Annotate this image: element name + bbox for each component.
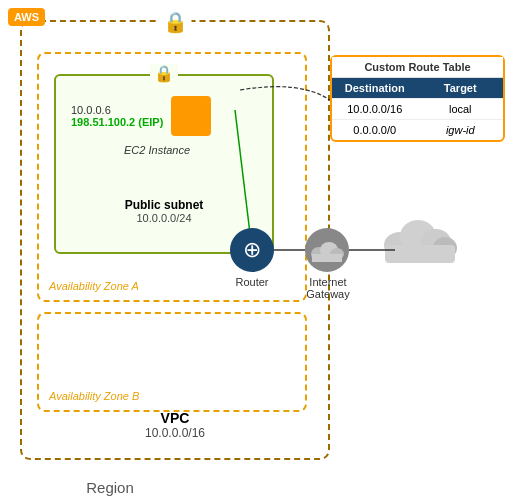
route-table-title: Custom Route Table [332,57,503,78]
header-target: Target [418,78,504,98]
subnet-label: Public subnet 10.0.0.0/24 [125,198,204,224]
vpc-lock-icon: 🔒 [159,10,192,34]
router-icon: ⊕ [230,228,274,272]
region-label: Region [86,479,134,496]
ec2-icon [171,96,211,136]
route-table-header: Destination Target [332,78,503,98]
svg-rect-3 [312,254,342,262]
ec2-info: 10.0.0.6 198.51.100.2 (EIP) [71,104,163,128]
router-label: Router [228,276,276,288]
vpc-title: VPC [145,410,205,426]
route-row-1: 10.0.0.0/16 local [332,98,503,119]
header-destination: Destination [332,78,418,98]
igw-icon [305,228,349,272]
az-b-box: Availability Zone B [37,312,307,412]
ec2-ip: 10.0.0.6 [71,104,163,116]
router-crosshair-icon: ⊕ [243,239,261,261]
az-a-label: Availability Zone A [49,280,139,292]
subnet-cidr: 10.0.0.0/24 [125,212,204,224]
ec2-instance-label: EC2 Instance [124,144,190,156]
dest-2: 0.0.0.0/0 [332,120,418,140]
dest-1: 10.0.0.0/16 [332,99,418,119]
igw-cloud-svg [309,236,345,264]
ec2-eip: 198.51.100.2 (EIP) [71,116,163,128]
igw-label: Internet Gateway [294,276,362,300]
route-table: Custom Route Table Destination Target 10… [330,55,505,142]
vpc-box: 🔒 🔒 10.0.0.6 198.51.100.2 (EIP) EC2 Inst… [20,20,330,460]
external-cloud-svg [380,210,460,270]
aws-badge: AWS [8,8,45,26]
subnet-title: Public subnet [125,198,204,212]
route-row-2: 0.0.0.0/0 igw-id [332,119,503,140]
subnet-lock-icon: 🔒 [150,64,178,83]
subnet-box: 🔒 10.0.0.6 198.51.100.2 (EIP) EC2 Instan… [54,74,274,254]
target-2: igw-id [418,120,504,140]
target-1: local [418,99,504,119]
vpc-label: VPC 10.0.0.0/16 [145,410,205,440]
az-b-label: Availability Zone B [49,390,139,402]
svg-rect-8 [385,245,455,263]
vpc-cidr: 10.0.0.0/16 [145,426,205,440]
ec2-block: 10.0.0.6 198.51.100.2 (EIP) [71,96,211,136]
